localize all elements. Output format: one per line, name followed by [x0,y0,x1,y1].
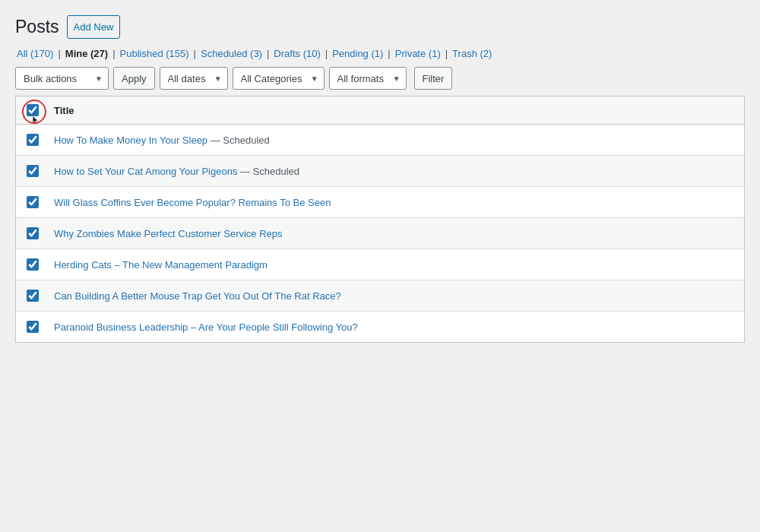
select-all-checkbox[interactable] [27,104,39,116]
post-title-col-7: Paranoid Business Leadership – Are Your … [54,321,733,333]
table-header: Title [16,97,744,125]
post-checkbox-3[interactable] [27,196,39,208]
post-checkbox-wrap-2 [27,165,39,177]
post-title-col-1: How To Make Money In Your Sleep — Schedu… [54,135,733,146]
filter-tab-private: Private (1)| [394,48,451,59]
post-checkbox-4[interactable] [27,227,39,239]
formats-wrapper: All formats ▼ [329,67,407,90]
title-header-label: Title [54,105,733,116]
post-checkbox-col-7 [27,321,54,333]
post-checkbox-wrap-4 [27,227,39,239]
filter-tab-link-trash[interactable]: Trash (2) [451,48,493,59]
filter-tab-link-mine[interactable]: Mine (27) [64,48,109,59]
tab-separator: | [267,48,269,59]
filter-tab-link-scheduled[interactable]: Scheduled (3) [199,48,264,59]
filter-tab-mine: Mine (27)| [64,48,119,59]
post-title-link-4[interactable]: Why Zombies Make Perfect Customer Servic… [54,228,283,239]
select-all-checkbox-wrapper [27,104,39,116]
table-row: How To Make Money In Your Sleep — Schedu… [16,125,744,156]
post-checkbox-col-1 [27,134,54,146]
post-checkbox-6[interactable] [27,290,39,302]
post-title-col-6: Can Building A Better Mouse Trap Get You… [54,290,733,302]
formats-select[interactable]: All formats [329,67,407,90]
title-column-header: Title [54,105,733,116]
post-status-2: — Scheduled [237,166,299,177]
tab-separator: | [388,48,390,59]
add-new-button[interactable]: Add New [67,15,121,39]
post-checkbox-wrap-1 [27,134,39,146]
post-checkbox-col-4 [27,227,54,239]
page-header: Posts Add New [15,15,745,39]
apply-button[interactable]: Apply [113,67,155,90]
filter-tab-all: All (170)| [15,48,64,59]
table-row: How to Set Your Cat Among Your Pigeons —… [16,156,744,187]
post-checkbox-wrap-7 [27,321,39,333]
dates-select[interactable]: All dates [160,67,228,90]
posts-table: Title How To Make Money In Your Sleep — … [15,96,745,343]
post-title-link-6[interactable]: Can Building A Better Mouse Trap Get You… [54,290,341,302]
filter-tab-link-published[interactable]: Published (155) [119,48,191,59]
post-checkbox-wrap-3 [27,196,39,208]
filter-tab-drafts: Drafts (10)| [272,48,331,59]
post-checkbox-5[interactable] [27,258,39,271]
filter-tab-link-all[interactable]: All (170) [15,48,55,59]
post-title-col-2: How to Set Your Cat Among Your Pigeons —… [54,166,733,177]
post-title-col-4: Why Zombies Make Perfect Customer Servic… [54,228,733,239]
filter-tab-published: Published (155)| [119,48,199,59]
post-title-link-3[interactable]: Will Glass Coffins Ever Become Popular? … [54,197,331,208]
post-title-col-5: Herding Cats – The New Management Paradi… [54,259,733,271]
categories-wrapper: All Categories ▼ [233,67,325,90]
post-checkbox-wrap-5 [27,258,39,271]
posts-list: How To Make Money In Your Sleep — Schedu… [16,125,744,342]
filter-tab-scheduled: Scheduled (3)| [199,48,272,59]
tab-separator: | [194,48,196,59]
bulk-actions-select[interactable]: Bulk actions Edit Move to Trash [15,67,109,90]
tab-separator: | [58,48,60,59]
post-checkbox-7[interactable] [27,321,39,333]
table-row: Why Zombies Make Perfect Customer Servic… [16,218,744,249]
post-title-link-2[interactable]: How to Set Your Cat Among Your Pigeons [54,166,237,177]
post-status-1: — Scheduled [207,135,270,146]
post-checkbox-col-3 [27,196,54,208]
page-wrapper: Posts Add New All (170)|Mine (27)|Publis… [15,15,745,343]
tab-separator: | [112,48,115,59]
post-checkbox-col-2 [27,165,54,177]
post-title-col-3: Will Glass Coffins Ever Become Popular? … [54,197,733,208]
tab-separator: | [325,48,328,59]
post-title-link-5[interactable]: Herding Cats – The New Management Paradi… [54,259,268,271]
filter-tab-pending: Pending (1)| [331,48,394,59]
post-checkbox-1[interactable] [27,134,39,146]
tablenav: Bulk actions Edit Move to Trash ▼ Apply … [15,67,745,90]
table-row: Herding Cats – The New Management Paradi… [16,249,744,280]
filter-tab-link-drafts[interactable]: Drafts (10) [272,48,321,59]
page-title: Posts [15,17,59,37]
filter-tabs: All (170)|Mine (27)|Published (155)|Sche… [15,48,745,59]
post-title-link-1[interactable]: How To Make Money In Your Sleep [54,135,207,146]
post-title-link-7[interactable]: Paranoid Business Leadership – Are Your … [54,321,358,333]
select-all-col [27,104,54,116]
post-checkbox-wrap-6 [27,290,39,302]
post-checkbox-col-5 [27,258,54,271]
dates-wrapper: All dates ▼ [160,67,228,90]
table-row: Can Building A Better Mouse Trap Get You… [16,280,744,312]
filter-tab-link-private[interactable]: Private (1) [394,48,442,59]
table-row: Paranoid Business Leadership – Are Your … [16,312,744,342]
bulk-actions-wrapper: Bulk actions Edit Move to Trash ▼ [15,67,109,90]
tab-separator: | [445,48,448,59]
filter-tab-link-pending[interactable]: Pending (1) [331,48,385,59]
filter-button[interactable]: Filter [414,67,453,90]
post-checkbox-2[interactable] [27,165,39,177]
table-row: Will Glass Coffins Ever Become Popular? … [16,187,744,218]
categories-select[interactable]: All Categories [233,67,325,90]
filter-tab-trash: Trash (2) [451,48,493,59]
post-checkbox-col-6 [27,290,54,302]
